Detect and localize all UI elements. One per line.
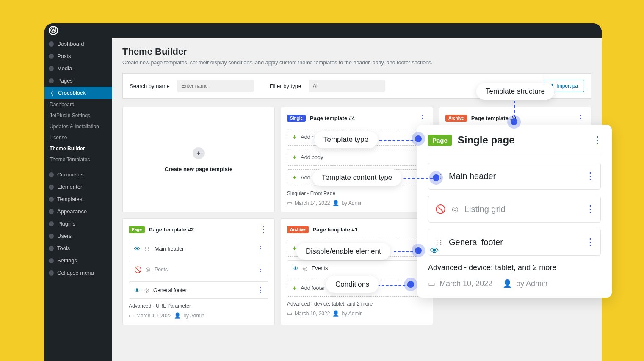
card-title: Page template #1 xyxy=(313,226,358,233)
card-author: by Admin xyxy=(183,313,204,319)
annotation-dot xyxy=(407,281,414,288)
badge-archive: Archive xyxy=(287,226,309,233)
sidebar-item-comments[interactable]: Comments xyxy=(44,168,112,181)
eye-icon: 👁 xyxy=(430,245,439,256)
gutenberg-icon: ◎ xyxy=(303,265,307,272)
card-title: Page template #4 xyxy=(310,115,355,121)
callout-type: Template type xyxy=(314,131,378,148)
row-menu-icon[interactable]: ⋮ xyxy=(586,204,594,215)
gutenberg-icon: ◎ xyxy=(452,204,459,214)
crocoblock-icon: ⟨ xyxy=(49,90,55,96)
row-menu-icon[interactable]: ⋮ xyxy=(586,237,594,248)
user-icon: 👤 xyxy=(332,200,339,206)
submenu-updates[interactable]: Updates & Installation xyxy=(44,121,112,132)
callout-content-type: Template content type xyxy=(312,169,401,186)
filter-type-label: Filter by type xyxy=(270,83,301,89)
callout-conditions: Conditions xyxy=(326,276,379,293)
sidebar-item-dashboard[interactable]: Dashboard xyxy=(44,38,112,50)
overlay-date: March 10, 2022 xyxy=(439,279,492,288)
row-menu-icon[interactable]: ⋮ xyxy=(586,171,594,182)
wordpress-logo-icon[interactable]: ⓦ xyxy=(49,26,58,35)
gutenberg-icon: ◎ xyxy=(144,287,149,293)
card-menu-icon[interactable]: ⋮ xyxy=(258,225,268,234)
wp-topbar: ⓦ xyxy=(44,23,602,38)
elementor-icon: ⫶⫶ xyxy=(144,245,150,252)
submenu-license[interactable]: License xyxy=(44,132,112,143)
sidebar-item-users[interactable]: Users xyxy=(44,230,112,242)
filter-type-select[interactable] xyxy=(309,80,385,92)
sidebar-collapse[interactable]: Collapse menu xyxy=(44,267,112,279)
overlay-author: by Admin xyxy=(516,279,547,288)
plus-icon: + xyxy=(293,154,296,161)
row-menu-icon[interactable]: ⋮ xyxy=(257,265,263,273)
plus-icon: + xyxy=(193,147,205,159)
template-card-4: Single Page template #4 ⋮ +Add h +Add bo… xyxy=(281,107,433,212)
submenu-dashboard[interactable]: Dashboard xyxy=(44,99,112,110)
submenu-theme-templates[interactable]: Theme Templates xyxy=(44,154,112,165)
badge-archive: Archive xyxy=(445,115,467,122)
sidebar-item-tools[interactable]: Tools xyxy=(44,242,112,254)
sidebar-item-appearance[interactable]: Appearance xyxy=(44,205,112,218)
eye-icon: 👁 xyxy=(134,287,140,294)
overlay-conditions: Advanced - device: tablet, and 2 more xyxy=(428,263,601,272)
submenu-jetplugin[interactable]: JetPlugin Settings xyxy=(44,110,112,121)
element-row-posts[interactable]: 🚫◎Posts⋮ xyxy=(129,261,268,278)
overlay-row-header[interactable]: ⫶⫶ Main header ⋮ xyxy=(428,163,601,190)
submenu-theme-builder[interactable]: Theme Builder xyxy=(44,143,112,154)
page-title: Theme Builder xyxy=(122,46,591,57)
eye-icon: 👁 xyxy=(134,245,140,252)
annotation-dot xyxy=(415,135,422,142)
template-card-1: Archive Page template #1 ⋮ + 👁◎Events +A… xyxy=(281,218,433,325)
card-date: March 10, 2022 xyxy=(136,313,171,319)
sidebar-item-templates[interactable]: Templates xyxy=(44,193,112,205)
add-body-slot[interactable]: +Add body xyxy=(287,149,427,166)
sidebar-item-posts[interactable]: Posts xyxy=(44,50,112,62)
overlay-template-detail: Page Single page ⋮ ⫶⫶ Main header ⋮ 🚫 ◎ … xyxy=(417,125,612,298)
sidebar-item-media[interactable]: Media xyxy=(44,62,112,74)
overlay-row-footer[interactable]: ⫶⫶ General footer ⋮ xyxy=(428,229,601,256)
plus-icon: + xyxy=(293,133,296,141)
card-date: March 14, 2022 xyxy=(295,200,330,206)
element-row-footer[interactable]: 👁◎General footer⋮ xyxy=(129,281,268,299)
gutenberg-icon: ◎ xyxy=(146,266,150,273)
user-icon: 👤 xyxy=(174,312,181,319)
card-title: Page template #2 xyxy=(149,226,194,233)
card-conditions: Advanced - device: tablet, and 2 more xyxy=(287,301,427,307)
user-icon: 👤 xyxy=(503,279,512,288)
sidebar-item-pages[interactable]: Pages xyxy=(44,74,112,87)
row-menu-icon[interactable]: ⋮ xyxy=(257,245,263,253)
create-template-card[interactable]: + Create new page template xyxy=(122,107,275,212)
user-icon: 👤 xyxy=(332,310,339,317)
calendar-icon: ▭ xyxy=(287,310,292,317)
overlay-title: Single page xyxy=(458,134,515,146)
annotation-dot xyxy=(433,174,439,181)
admin-sidebar: Dashboard Posts Media Pages ⟨Crocoblock … xyxy=(44,38,112,361)
eye-off-icon: 🚫 xyxy=(435,204,446,214)
card-menu-icon[interactable]: ⋮ xyxy=(417,113,427,123)
card-menu-icon[interactable]: ⋮ xyxy=(575,113,585,123)
search-label: Search by name xyxy=(130,83,170,89)
element-row-header[interactable]: 👁⫶⫶Main header⋮ xyxy=(129,240,268,257)
create-label: Create new page template xyxy=(165,166,232,172)
annotation-dot xyxy=(511,118,517,125)
sidebar-item-elementor[interactable]: Elementor xyxy=(44,181,112,193)
sidebar-item-plugins[interactable]: Plugins xyxy=(44,218,112,230)
element-row-events[interactable]: 👁◎Events xyxy=(287,260,427,276)
calendar-icon: ▭ xyxy=(129,312,134,319)
plus-icon: + xyxy=(293,174,296,182)
template-card-2: Page Page template #2 ⋮ 👁⫶⫶Main header⋮ … xyxy=(122,218,275,325)
eye-off-icon: 🚫 xyxy=(134,266,141,273)
callout-toggle: Disable/enable element xyxy=(296,243,390,260)
calendar-icon: ▭ xyxy=(428,279,435,288)
card-date: March 10, 2022 xyxy=(295,311,330,317)
badge-page: Page xyxy=(428,135,452,146)
search-input[interactable] xyxy=(177,80,254,92)
eye-icon: 👁 xyxy=(293,265,299,272)
badge-single: Single xyxy=(287,115,306,122)
overlay-menu-icon[interactable]: ⋮ xyxy=(593,135,601,146)
card-conditions: Advanced - URL Parameter xyxy=(129,303,268,309)
overlay-row-listing[interactable]: 🚫 ◎ Listing grid ⋮ xyxy=(428,196,601,223)
row-menu-icon[interactable]: ⋮ xyxy=(257,286,263,294)
sidebar-item-crocoblock[interactable]: ⟨Crocoblock xyxy=(44,87,112,99)
sidebar-item-settings[interactable]: Settings xyxy=(44,254,112,267)
